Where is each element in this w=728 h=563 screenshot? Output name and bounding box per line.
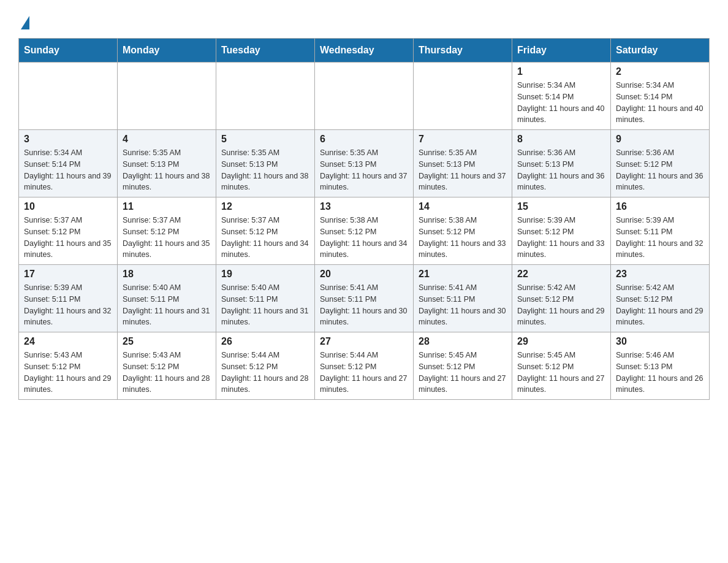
day-info: Sunrise: 5:38 AMSunset: 5:12 PMDaylight:… [320,215,408,261]
calendar-cell: 14Sunrise: 5:38 AMSunset: 5:12 PMDayligh… [414,197,512,265]
day-number: 16 [616,201,704,212]
header-cell-friday: Friday [512,39,611,63]
calendar-cell: 15Sunrise: 5:39 AMSunset: 5:12 PMDayligh… [512,197,611,265]
calendar-cell: 2Sunrise: 5:34 AMSunset: 5:14 PMDaylight… [611,63,710,130]
day-number: 27 [320,336,408,347]
day-number: 25 [123,336,211,347]
day-info: Sunrise: 5:34 AMSunset: 5:14 PMDaylight:… [616,80,704,126]
calendar-cell: 30Sunrise: 5:46 AMSunset: 5:13 PMDayligh… [611,332,710,400]
calendar-cell: 11Sunrise: 5:37 AMSunset: 5:12 PMDayligh… [118,197,216,265]
day-number: 1 [517,66,605,77]
calendar-week-1: 3Sunrise: 5:34 AMSunset: 5:14 PMDaylight… [19,130,710,197]
day-info: Sunrise: 5:42 AMSunset: 5:12 PMDaylight:… [616,282,704,328]
day-number: 18 [123,269,211,280]
calendar-header: SundayMondayTuesdayWednesdayThursdayFrid… [19,39,710,63]
day-number: 26 [221,336,309,347]
day-number: 21 [419,269,507,280]
calendar-cell [19,63,118,130]
calendar-cell [118,63,216,130]
day-number: 5 [221,134,309,145]
calendar-cell: 12Sunrise: 5:37 AMSunset: 5:12 PMDayligh… [216,197,315,265]
day-info: Sunrise: 5:39 AMSunset: 5:11 PMDaylight:… [616,215,704,261]
day-number: 6 [320,134,408,145]
day-info: Sunrise: 5:42 AMSunset: 5:12 PMDaylight:… [517,282,605,328]
day-info: Sunrise: 5:44 AMSunset: 5:12 PMDaylight:… [320,350,408,396]
calendar-week-4: 24Sunrise: 5:43 AMSunset: 5:12 PMDayligh… [19,332,710,400]
day-number: 28 [419,336,507,347]
day-info: Sunrise: 5:36 AMSunset: 5:12 PMDaylight:… [616,147,704,193]
calendar-cell: 8Sunrise: 5:36 AMSunset: 5:13 PMDaylight… [512,130,611,197]
day-info: Sunrise: 5:41 AMSunset: 5:11 PMDaylight:… [320,282,408,328]
day-info: Sunrise: 5:36 AMSunset: 5:13 PMDaylight:… [517,147,605,193]
calendar-cell: 16Sunrise: 5:39 AMSunset: 5:11 PMDayligh… [611,197,710,265]
day-number: 23 [616,269,704,280]
calendar-cell: 26Sunrise: 5:44 AMSunset: 5:12 PMDayligh… [216,332,315,400]
day-number: 15 [517,201,605,212]
calendar-week-3: 17Sunrise: 5:39 AMSunset: 5:11 PMDayligh… [19,265,710,332]
day-info: Sunrise: 5:34 AMSunset: 5:14 PMDaylight:… [517,80,605,126]
day-number: 17 [24,269,112,280]
calendar-cell: 19Sunrise: 5:40 AMSunset: 5:11 PMDayligh… [216,265,315,332]
calendar-cell: 22Sunrise: 5:42 AMSunset: 5:12 PMDayligh… [512,265,611,332]
day-info: Sunrise: 5:44 AMSunset: 5:12 PMDaylight:… [221,350,309,396]
calendar-table: SundayMondayTuesdayWednesdayThursdayFrid… [18,38,710,400]
calendar-cell: 24Sunrise: 5:43 AMSunset: 5:12 PMDayligh… [19,332,118,400]
header-cell-monday: Monday [118,39,216,63]
day-info: Sunrise: 5:46 AMSunset: 5:13 PMDaylight:… [616,350,704,396]
day-info: Sunrise: 5:45 AMSunset: 5:12 PMDaylight:… [419,350,507,396]
calendar-cell: 27Sunrise: 5:44 AMSunset: 5:12 PMDayligh… [315,332,414,400]
day-info: Sunrise: 5:37 AMSunset: 5:12 PMDaylight:… [123,215,211,261]
day-info: Sunrise: 5:37 AMSunset: 5:12 PMDaylight:… [24,215,112,261]
day-info: Sunrise: 5:35 AMSunset: 5:13 PMDaylight:… [123,147,211,193]
day-number: 9 [616,134,704,145]
day-info: Sunrise: 5:35 AMSunset: 5:13 PMDaylight:… [320,147,408,193]
calendar-cell: 17Sunrise: 5:39 AMSunset: 5:11 PMDayligh… [19,265,118,332]
calendar-cell: 9Sunrise: 5:36 AMSunset: 5:12 PMDaylight… [611,130,710,197]
day-info: Sunrise: 5:35 AMSunset: 5:13 PMDaylight:… [419,147,507,193]
calendar-cell: 3Sunrise: 5:34 AMSunset: 5:14 PMDaylight… [19,130,118,197]
day-number: 10 [24,201,112,212]
calendar-week-0: 1Sunrise: 5:34 AMSunset: 5:14 PMDaylight… [19,63,710,130]
calendar-cell: 10Sunrise: 5:37 AMSunset: 5:12 PMDayligh… [19,197,118,265]
header-cell-sunday: Sunday [19,39,118,63]
calendar-cell: 21Sunrise: 5:41 AMSunset: 5:11 PMDayligh… [414,265,512,332]
day-info: Sunrise: 5:38 AMSunset: 5:12 PMDaylight:… [419,215,507,261]
day-info: Sunrise: 5:43 AMSunset: 5:12 PMDaylight:… [24,350,112,396]
day-number: 4 [123,134,211,145]
day-info: Sunrise: 5:39 AMSunset: 5:12 PMDaylight:… [517,215,605,261]
day-info: Sunrise: 5:35 AMSunset: 5:13 PMDaylight:… [221,147,309,193]
day-info: Sunrise: 5:45 AMSunset: 5:12 PMDaylight:… [517,350,605,396]
day-number: 12 [221,201,309,212]
calendar-cell: 25Sunrise: 5:43 AMSunset: 5:12 PMDayligh… [118,332,216,400]
calendar-cell [414,63,512,130]
day-number: 20 [320,269,408,280]
day-number: 7 [419,134,507,145]
header-cell-wednesday: Wednesday [315,39,414,63]
calendar-cell: 6Sunrise: 5:35 AMSunset: 5:13 PMDaylight… [315,130,414,197]
calendar-cell: 7Sunrise: 5:35 AMSunset: 5:13 PMDaylight… [414,130,512,197]
calendar-week-2: 10Sunrise: 5:37 AMSunset: 5:12 PMDayligh… [19,197,710,265]
calendar-cell: 28Sunrise: 5:45 AMSunset: 5:12 PMDayligh… [414,332,512,400]
logo [18,12,29,27]
day-number: 2 [616,66,704,77]
calendar-cell: 20Sunrise: 5:41 AMSunset: 5:11 PMDayligh… [315,265,414,332]
day-info: Sunrise: 5:39 AMSunset: 5:11 PMDaylight:… [24,282,112,328]
calendar-cell: 1Sunrise: 5:34 AMSunset: 5:14 PMDaylight… [512,63,611,130]
calendar-cell: 29Sunrise: 5:45 AMSunset: 5:12 PMDayligh… [512,332,611,400]
day-number: 11 [123,201,211,212]
day-info: Sunrise: 5:40 AMSunset: 5:11 PMDaylight:… [221,282,309,328]
day-number: 24 [24,336,112,347]
header-cell-tuesday: Tuesday [216,39,315,63]
day-info: Sunrise: 5:40 AMSunset: 5:11 PMDaylight:… [123,282,211,328]
header-cell-thursday: Thursday [414,39,512,63]
header [18,12,710,27]
calendar-cell: 23Sunrise: 5:42 AMSunset: 5:12 PMDayligh… [611,265,710,332]
day-number: 14 [419,201,507,212]
calendar-cell: 5Sunrise: 5:35 AMSunset: 5:13 PMDaylight… [216,130,315,197]
day-number: 8 [517,134,605,145]
day-number: 3 [24,134,112,145]
logo-triangle-icon [21,16,29,29]
day-info: Sunrise: 5:34 AMSunset: 5:14 PMDaylight:… [24,147,112,193]
header-cell-saturday: Saturday [611,39,710,63]
day-number: 29 [517,336,605,347]
